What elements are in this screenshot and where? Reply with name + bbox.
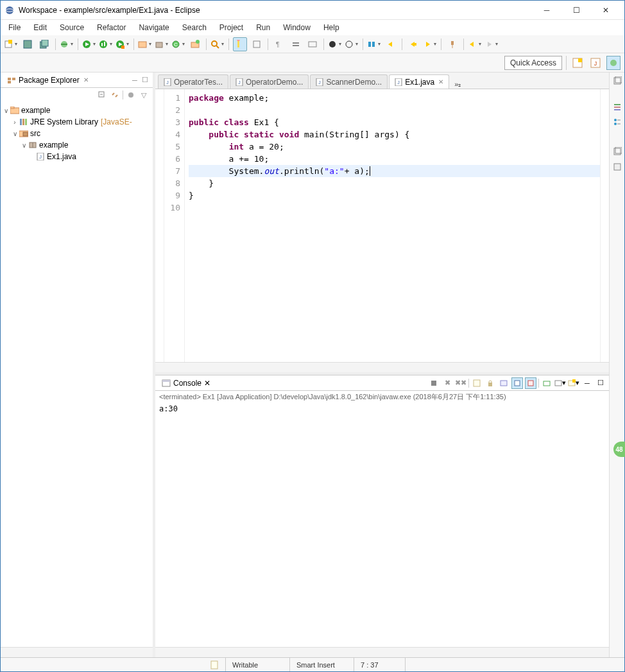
new-package-button[interactable]	[155, 37, 169, 51]
debug-button[interactable]	[60, 37, 74, 51]
quick-access-field[interactable]: Quick Access	[504, 56, 562, 70]
last-edit-button[interactable]	[367, 37, 381, 51]
remove-all-icon[interactable]: ✖✖	[455, 377, 467, 389]
svg-text:J: J	[594, 60, 597, 67]
collapse-all-icon[interactable]	[97, 90, 107, 100]
code-editor[interactable]: 1 2 3 4 5 6 7 8 9 10 package example; pu…	[155, 89, 609, 362]
next-annotation-button[interactable]	[406, 37, 420, 51]
package-explorer-tab[interactable]: Package Explorer ✕	[3, 74, 92, 86]
display-console-icon[interactable]: ▾	[554, 377, 566, 389]
coverage-button[interactable]	[99, 37, 113, 51]
console-icon	[162, 379, 171, 388]
toggle-breadcrumb-button[interactable]	[289, 37, 303, 51]
eclipse-window: Workspace - example/src/example/Ex1.java…	[0, 0, 625, 672]
tree-src[interactable]: ∨ src	[2, 128, 151, 139]
restore-icon-2[interactable]	[612, 146, 623, 157]
console-output[interactable]: a:30	[155, 403, 609, 647]
code-content[interactable]: package example; public class Ex1 { publ…	[185, 89, 600, 362]
maximize-view-icon[interactable]: ☐	[140, 75, 150, 85]
scroll-lock-icon[interactable]	[484, 377, 496, 389]
menu-help[interactable]: Help	[318, 22, 345, 33]
menu-run[interactable]: Run	[251, 22, 275, 33]
back-edit-button[interactable]	[384, 37, 398, 51]
open-perspective-button[interactable]	[570, 56, 585, 70]
sidebar-hscroll[interactable]	[1, 647, 153, 657]
save-button[interactable]	[21, 37, 35, 51]
menu-file[interactable]: File	[3, 22, 26, 33]
toggle-mark-button[interactable]	[233, 37, 247, 51]
close-icon[interactable]: ✕	[83, 76, 89, 83]
project-icon	[10, 106, 20, 115]
pin-console-icon[interactable]	[541, 377, 552, 389]
show-console-on-out-icon[interactable]	[511, 377, 523, 389]
toggle-block-button[interactable]	[250, 37, 264, 51]
minimize-console-icon[interactable]: ─	[581, 377, 593, 389]
menu-source[interactable]: Source	[55, 22, 89, 33]
package-tree[interactable]: ∨ example › JRE System Library [JavaSE- …	[1, 102, 153, 647]
tab-ex1[interactable]: J Ex1.java ✕	[389, 74, 449, 89]
remove-launch-icon[interactable]: ✖	[441, 377, 453, 389]
prev-annotation-button[interactable]	[423, 37, 437, 51]
close-icon[interactable]: ✕	[204, 379, 210, 388]
tab-label: ScannerDemo...	[326, 78, 382, 87]
tree-package[interactable]: ∨ example	[2, 139, 151, 151]
tab-operatordemo[interactable]: J OperatorDemo...	[230, 74, 309, 89]
new-java-project-button[interactable]	[138, 37, 152, 51]
minimize-view-icon[interactable]: ─	[130, 75, 140, 85]
minimized-view-icon[interactable]	[612, 161, 623, 173]
run-last-button[interactable]	[116, 37, 130, 51]
toggle-word-wrap-button[interactable]	[305, 37, 320, 51]
status-spacer	[1, 658, 225, 671]
overview-ruler[interactable]	[600, 89, 609, 362]
maximize-console-icon[interactable]: ☐	[595, 377, 606, 389]
link-editor-icon[interactable]	[110, 90, 120, 100]
java-perspective-button[interactable]: J	[588, 56, 603, 70]
more-tabs-button[interactable]: »₂	[450, 80, 465, 89]
back-button[interactable]	[468, 37, 482, 51]
menu-search[interactable]: Search	[177, 22, 212, 33]
terminate-icon[interactable]	[428, 377, 440, 389]
tree-project[interactable]: ∨ example	[2, 105, 151, 116]
debug-perspective-button[interactable]	[606, 56, 621, 70]
notification-badge[interactable]: 48	[613, 442, 625, 457]
forward-button[interactable]	[484, 37, 499, 51]
menu-window[interactable]: Window	[278, 22, 316, 33]
close-button[interactable]: ✕	[591, 1, 621, 19]
annotation-prev-button[interactable]	[328, 37, 342, 51]
open-console-icon[interactable]: ▾	[568, 377, 579, 389]
tree-jre[interactable]: › JRE System Library [JavaSE-	[2, 116, 151, 128]
word-wrap-icon[interactable]	[498, 377, 509, 389]
menu-navigate[interactable]: Navigate	[133, 22, 174, 33]
tab-operatortes[interactable]: J OperatorTes...	[158, 74, 228, 89]
tab-scannerdemo[interactable]: J ScannerDemo...	[310, 74, 388, 89]
tree-file[interactable]: J Ex1.java	[2, 151, 151, 162]
show-console-on-err-icon[interactable]	[525, 377, 536, 389]
focus-task-icon[interactable]	[126, 90, 136, 100]
menu-edit[interactable]: Edit	[28, 22, 52, 33]
maximize-button[interactable]: ☐	[561, 1, 591, 19]
close-tab-icon[interactable]: ✕	[438, 78, 443, 85]
separator	[133, 39, 134, 50]
view-menu-icon[interactable]: ▽	[139, 90, 149, 100]
show-whitespace-button[interactable]: ¶	[272, 37, 286, 51]
clear-console-icon[interactable]	[471, 377, 483, 389]
minimize-button[interactable]: ─	[532, 1, 561, 19]
search-button[interactable]	[210, 37, 225, 51]
breakpoint-ruler[interactable]	[155, 89, 164, 362]
outline-icon[interactable]	[612, 116, 623, 128]
open-type-button[interactable]	[188, 37, 202, 51]
save-all-button[interactable]	[37, 37, 51, 51]
menu-refactor[interactable]: Refactor	[92, 22, 131, 33]
new-class-button[interactable]: C	[171, 37, 185, 51]
console-hscroll[interactable]	[155, 647, 609, 657]
svg-point-11	[99, 40, 107, 48]
restore-icon[interactable]	[612, 75, 623, 87]
console-tab[interactable]: Console ✕	[158, 377, 214, 389]
new-button[interactable]	[4, 37, 18, 51]
task-list-icon[interactable]	[612, 101, 623, 112]
editor-hscroll[interactable]	[155, 362, 609, 372]
pin-button[interactable]	[445, 37, 459, 51]
menu-project[interactable]: Project	[214, 22, 248, 33]
run-button[interactable]	[82, 37, 96, 51]
annotation-next-button[interactable]	[345, 37, 359, 51]
